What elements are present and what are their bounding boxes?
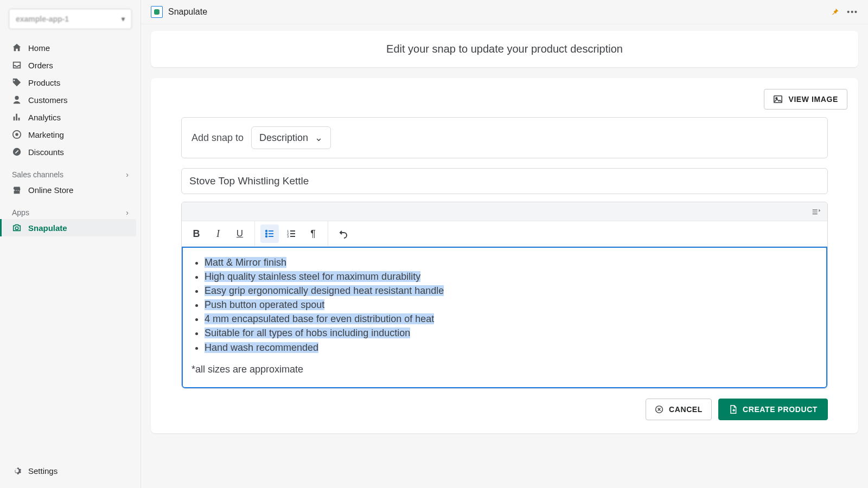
list-item: 4 mm encapsulated base for even distribu… xyxy=(205,312,818,326)
add-snap-label: Add snap to xyxy=(192,132,244,144)
topbar: Snapulate ••• xyxy=(141,0,868,24)
list-item: High quality stainless steel for maximum… xyxy=(205,269,818,284)
list-item: Push button operated spout xyxy=(205,298,818,312)
person-icon xyxy=(12,95,22,105)
bold-button[interactable]: B xyxy=(187,224,206,243)
svg-rect-4 xyxy=(774,96,782,103)
image-icon xyxy=(773,94,783,104)
cancel-button[interactable]: CANCEL xyxy=(646,399,712,420)
nav-label: Marketing xyxy=(28,130,64,139)
nav-label: Online Store xyxy=(28,185,73,195)
pin-icon[interactable] xyxy=(831,8,839,16)
rte-topbar xyxy=(182,202,827,221)
store-selector[interactable]: example-app-1 ▾ xyxy=(9,9,132,29)
gear-icon xyxy=(12,466,22,476)
svg-text:3: 3 xyxy=(287,235,289,238)
add-snap-field: Add snap to Description ⌄ xyxy=(181,117,828,158)
nav-label: Discounts xyxy=(28,147,64,157)
discount-icon xyxy=(12,147,22,157)
nav-label: Products xyxy=(28,78,60,87)
inbox-icon xyxy=(12,60,22,70)
section-label: Sales channels xyxy=(12,170,63,179)
svg-point-8 xyxy=(266,236,267,237)
underline-button[interactable]: U xyxy=(231,224,249,243)
nav-products[interactable]: Products xyxy=(4,74,136,91)
document-icon xyxy=(729,404,737,414)
cancel-icon xyxy=(655,405,663,414)
button-label: VIEW IMAGE xyxy=(788,95,838,104)
banner-card: Edit your snap to update your product de… xyxy=(151,31,858,67)
create-product-button[interactable]: CREATE PRODUCT xyxy=(718,399,828,420)
nav-label: Settings xyxy=(28,466,58,476)
rte-content[interactable]: Matt & Mirror finish High quality stainl… xyxy=(182,247,827,388)
footnote: *all sizes are approximate xyxy=(192,362,818,376)
list-item: Hand wash recommended xyxy=(205,341,818,355)
main: Snapulate ••• Edit your snap to update y… xyxy=(141,0,868,488)
nav-marketing[interactable]: Marketing xyxy=(4,126,136,143)
tag-icon xyxy=(12,78,22,87)
list-item: Easy grip ergonomically designed heat re… xyxy=(205,284,818,298)
button-label: CANCEL xyxy=(669,405,703,414)
paragraph-button[interactable]: ¶ xyxy=(304,224,322,243)
chevron-down-icon: ⌄ xyxy=(315,132,323,144)
chevron-right-icon: › xyxy=(126,208,129,217)
nav-snapulate[interactable]: Snapulate xyxy=(0,219,136,236)
rte: B I U 123 ¶ xyxy=(181,202,828,389)
list-item: Matt & Mirror finish xyxy=(205,255,818,269)
more-icon[interactable]: ••• xyxy=(847,8,858,16)
select-value: Description xyxy=(259,132,308,144)
view-image-button[interactable]: VIEW IMAGE xyxy=(764,89,847,110)
list-item: Suitable for all types of hobs including… xyxy=(205,326,818,340)
home-icon xyxy=(12,43,22,53)
nav-home[interactable]: Home xyxy=(4,39,136,56)
rte-toolbar: B I U 123 ¶ xyxy=(182,221,827,247)
nav-online-store[interactable]: Online Store xyxy=(4,181,136,198)
bullet-list: Matt & Mirror finish High quality stainl… xyxy=(192,255,818,355)
sales-channels-header[interactable]: Sales channels › xyxy=(4,160,136,181)
editor-card: VIEW IMAGE Add snap to Description ⌄ Sto… xyxy=(151,78,858,433)
chevron-right-icon: › xyxy=(126,170,129,179)
title-value: Stove Top Whistling Kettle xyxy=(189,175,309,187)
store-icon xyxy=(12,185,22,195)
nav-settings[interactable]: Settings xyxy=(4,462,136,479)
content: Edit your snap to update your product de… xyxy=(141,24,868,488)
nav-customers[interactable]: Customers xyxy=(4,91,136,108)
action-row: CANCEL CREATE PRODUCT xyxy=(181,399,828,420)
chevron-down-icon: ▾ xyxy=(122,15,125,23)
italic-button[interactable]: I xyxy=(209,224,227,243)
camera-icon xyxy=(12,223,22,233)
collapse-icon[interactable] xyxy=(811,207,821,216)
svg-point-3 xyxy=(15,227,18,229)
button-label: CREATE PRODUCT xyxy=(743,405,818,414)
undo-button[interactable] xyxy=(334,224,352,243)
section-label: Apps xyxy=(12,208,29,217)
nav-label: Orders xyxy=(28,61,53,70)
svg-point-7 xyxy=(266,233,267,234)
app-logo xyxy=(151,6,163,18)
apps-header[interactable]: Apps › xyxy=(4,198,136,219)
nav-analytics[interactable]: Analytics xyxy=(4,108,136,126)
bullet-list-button[interactable] xyxy=(260,224,279,243)
svg-point-1 xyxy=(15,133,18,136)
store-name: example-app-1 xyxy=(16,15,69,23)
svg-point-6 xyxy=(266,230,267,232)
sidebar: example-app-1 ▾ Home Orders Products Cus… xyxy=(0,0,141,488)
nav-orders[interactable]: Orders xyxy=(4,56,136,74)
analytics-icon xyxy=(12,112,22,122)
title-input[interactable]: Stove Top Whistling Kettle xyxy=(181,168,828,194)
nav-label: Snapulate xyxy=(28,223,67,233)
app-title: Snapulate xyxy=(168,7,207,17)
banner-text: Edit your snap to update your product de… xyxy=(386,43,623,55)
nav-discounts[interactable]: Discounts xyxy=(4,143,136,160)
add-snap-select[interactable]: Description ⌄ xyxy=(251,126,331,149)
target-icon xyxy=(12,130,22,139)
nav-label: Analytics xyxy=(28,113,61,122)
nav-label: Home xyxy=(28,43,50,53)
nav-label: Customers xyxy=(28,95,68,105)
numbered-list-button[interactable]: 123 xyxy=(282,224,301,243)
